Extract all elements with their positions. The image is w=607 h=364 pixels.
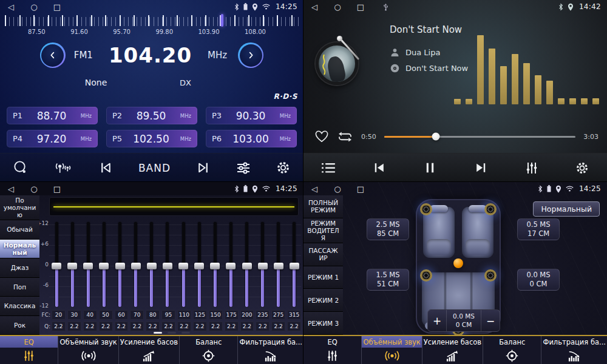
eq-band-slider[interactable] xyxy=(177,222,189,309)
eq-band-slider[interactable] xyxy=(130,222,142,309)
delay-increase-button[interactable]: + xyxy=(428,310,446,331)
home-button[interactable]: ○ xyxy=(29,184,39,194)
listening-mode-item[interactable]: РЕЖИМ 3 xyxy=(304,312,343,335)
band-q-value[interactable]: 2.2 xyxy=(115,322,129,331)
band-q-value[interactable]: 2.2 xyxy=(52,322,66,331)
eq-slider-handle[interactable] xyxy=(274,263,283,269)
eq-band-slider[interactable] xyxy=(241,222,253,309)
band-frequency-value[interactable]: 80 xyxy=(146,310,160,320)
eq-band-slider[interactable] xyxy=(225,222,237,309)
eq-slider-handle[interactable] xyxy=(194,263,204,269)
eq-band-slider[interactable] xyxy=(193,222,205,309)
band-frequency-value[interactable]: 50 xyxy=(99,310,113,320)
delay-rear-right-button[interactable]: 0.0 MS 0 CM xyxy=(517,269,560,291)
band-frequency-value[interactable]: 275 xyxy=(271,310,285,320)
eq-preset-item[interactable]: Рок xyxy=(0,316,39,335)
eq-preset-item[interactable]: Классика xyxy=(0,297,39,315)
equalizer-icon[interactable] xyxy=(524,161,539,175)
tab-filter[interactable]: Фильтрация ба... xyxy=(541,336,607,364)
eq-slider-handle[interactable] xyxy=(290,263,299,269)
band-q-value[interactable]: 2.2 xyxy=(177,322,191,331)
listening-mode-item[interactable]: РЕЖИМ 1 xyxy=(304,266,343,289)
tab-balance[interactable]: Баланс xyxy=(179,336,237,364)
tab-eq[interactable]: EQ xyxy=(304,336,361,364)
page-dot[interactable] xyxy=(181,332,190,334)
tab-surround-sound[interactable]: Объёмный звук xyxy=(361,336,421,364)
equalizer-icon[interactable] xyxy=(236,160,251,176)
band-frequency-value[interactable]: 315 xyxy=(287,310,301,320)
album-art[interactable] xyxy=(313,38,371,90)
band-frequency-value[interactable]: 20 xyxy=(52,310,66,320)
band-frequency-value[interactable]: 150 xyxy=(209,310,223,320)
eq-slider-handle[interactable] xyxy=(115,263,125,269)
band-q-value[interactable]: 2.2 xyxy=(256,322,270,331)
listening-mode-item[interactable]: ПАССАЖИР xyxy=(304,243,343,266)
eq-band-slider[interactable] xyxy=(146,222,158,309)
preset-button-p1[interactable]: P188.70MHz xyxy=(7,107,98,124)
page-dot[interactable] xyxy=(154,332,162,334)
tab-bass-boost[interactable]: Усиление басов xyxy=(118,336,179,364)
eq-slider-handle[interactable] xyxy=(178,263,188,269)
band-q-value[interactable]: 2.2 xyxy=(240,322,254,331)
band-frequency-value[interactable]: 110 xyxy=(177,310,191,320)
listening-mode-item[interactable]: РЕЖИМ 2 xyxy=(304,289,343,312)
band-q-value[interactable]: 2.2 xyxy=(161,322,175,331)
eq-slider-handle[interactable] xyxy=(210,263,220,269)
eq-preset-item[interactable]: Поп xyxy=(0,278,39,297)
back-button[interactable]: ◁ xyxy=(310,184,319,194)
tuning-pointer[interactable] xyxy=(221,14,223,27)
band-frequency-value[interactable]: 60 xyxy=(115,310,129,320)
band-q-value[interactable]: 2.2 xyxy=(271,322,285,331)
eq-preset-item[interactable]: Джаз xyxy=(0,258,39,277)
eq-slider-handle[interactable] xyxy=(67,263,77,269)
eq-band-slider[interactable] xyxy=(114,222,126,309)
band-frequency-value[interactable]: 95 xyxy=(161,310,175,320)
band-frequency-value[interactable]: 200 xyxy=(240,310,254,320)
eq-slider-handle[interactable] xyxy=(242,263,252,269)
preset-button-p2[interactable]: P289.50MHz xyxy=(106,107,197,124)
listening-mode-item[interactable]: ПОЛНЫЙ РЕЖИМ xyxy=(304,195,343,218)
sound-preset-button[interactable]: Нормальный xyxy=(533,201,600,217)
band-q-value[interactable]: 2.2 xyxy=(99,322,113,331)
eq-band-slider[interactable] xyxy=(209,222,221,309)
home-button[interactable]: ○ xyxy=(333,184,342,194)
eq-band-slider[interactable] xyxy=(50,222,63,309)
playlist-icon[interactable] xyxy=(321,162,336,174)
recents-button[interactable]: □ xyxy=(52,2,62,12)
scan-button[interactable] xyxy=(12,160,29,176)
eq-slider-handle[interactable] xyxy=(226,263,236,269)
eq-slider-handle[interactable] xyxy=(163,263,172,269)
settings-gear-icon[interactable] xyxy=(575,161,589,175)
home-button[interactable]: ○ xyxy=(333,2,342,12)
preset-button-p6[interactable]: P6103.00MHz xyxy=(206,130,297,147)
band-q-value[interactable]: 2.2 xyxy=(146,322,160,331)
eq-band-slider[interactable] xyxy=(98,222,110,309)
eq-preset-item[interactable]: Нормальный xyxy=(0,240,39,258)
band-frequency-value[interactable]: 70 xyxy=(130,310,144,320)
eq-slider-handle[interactable] xyxy=(83,263,93,269)
back-button[interactable]: ◁ xyxy=(6,184,16,194)
tab-bass-boost[interactable]: Усиление басов xyxy=(422,336,483,364)
eq-slider-handle[interactable] xyxy=(52,263,61,269)
band-q-value[interactable]: 2.2 xyxy=(193,322,207,331)
eq-band-slider[interactable] xyxy=(161,222,174,309)
next-station-icon[interactable] xyxy=(195,160,211,175)
eq-preset-item[interactable]: Обычай xyxy=(0,220,39,239)
eq-slider-handle[interactable] xyxy=(258,263,268,269)
band-frequency-value[interactable]: 125 xyxy=(193,310,207,320)
delay-front-left-button[interactable]: 2.5 MS 85 CM xyxy=(367,218,409,240)
band-frequency-value[interactable]: 235 xyxy=(256,310,270,320)
eq-band-slider[interactable] xyxy=(257,222,269,309)
recents-button[interactable]: □ xyxy=(52,184,62,194)
band-q-value[interactable]: 2.2 xyxy=(83,322,97,331)
listening-mode-item[interactable]: РЕЖИМ ВОДИТЕЛЯ xyxy=(304,218,343,243)
broadcast-button[interactable] xyxy=(53,160,73,176)
eq-slider-handle[interactable] xyxy=(99,263,109,269)
repeat-icon[interactable] xyxy=(337,130,353,143)
seek-down-button[interactable] xyxy=(40,42,66,68)
home-button[interactable]: ○ xyxy=(29,2,39,12)
recents-button[interactable]: □ xyxy=(356,2,365,12)
band-frequency-value[interactable]: 30 xyxy=(67,310,81,320)
band-q-value[interactable]: 2.2 xyxy=(130,322,144,331)
next-track-icon[interactable] xyxy=(473,160,489,175)
